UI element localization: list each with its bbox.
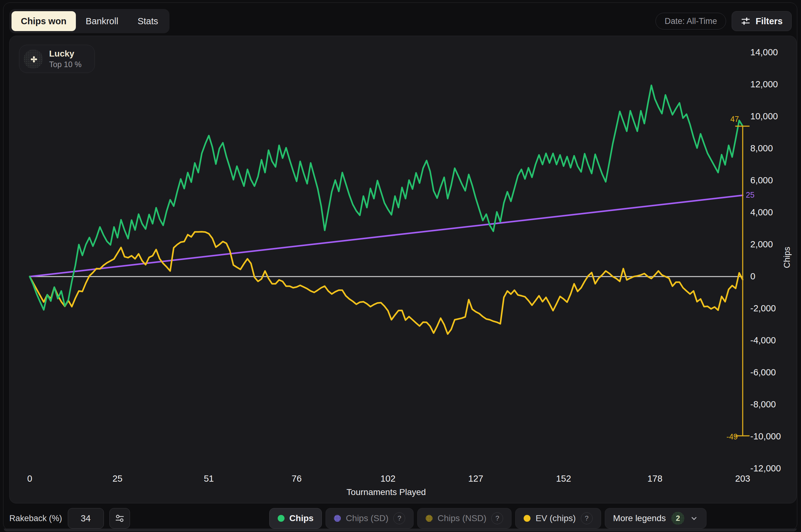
chips-line-chart[interactable]: [10, 36, 796, 503]
filters-button[interactable]: Filters: [732, 11, 792, 31]
luck-badge-title: Lucky: [49, 49, 81, 59]
y-tick-label: -12,000: [750, 463, 801, 474]
rakeback-label: Rakeback (%): [9, 514, 62, 523]
rate-marker-bottom: -49: [726, 432, 738, 441]
y-tick-label: 2,000: [750, 239, 801, 249]
y-tick-label: -6,000: [750, 367, 801, 378]
y-tick-label: -4,000: [750, 335, 801, 345]
help-icon[interactable]: ?: [581, 512, 593, 524]
top-bar: Chips won Bankroll Stats Date: All-Time …: [9, 7, 792, 35]
rakeback-input[interactable]: [68, 508, 104, 529]
bottom-bar: Rakeback (%) Chips Ch: [9, 507, 792, 530]
rate-marker-mid: 25: [746, 190, 755, 200]
legend-chips-label: Chips: [290, 513, 314, 523]
x-tick-label: 76: [278, 474, 315, 484]
more-legends-label: More legends: [613, 513, 666, 523]
y-tick-label: 12,000: [750, 79, 801, 90]
legend-chips-nsd-dot: [426, 515, 432, 522]
x-tick-label: 102: [369, 474, 407, 484]
legend-chips-dot: [278, 515, 284, 522]
y-tick-label: 8,000: [750, 143, 801, 153]
y-tick-label: 0: [750, 271, 801, 282]
tab-bankroll[interactable]: Bankroll: [76, 11, 128, 31]
clover-icon: [24, 50, 43, 69]
rakeback-settings-button[interactable]: [109, 508, 130, 529]
legend-ev-chips[interactable]: EV (chips) ?: [515, 508, 601, 529]
y-tick-label: 10,000: [750, 111, 801, 121]
legend-row: Chips Chips (SD) ? Chips (NSD) ? EV (chi…: [269, 508, 707, 529]
filters-label: Filters: [756, 16, 783, 26]
chevron-down-icon: [690, 514, 698, 522]
y-axis-title: Chips: [782, 247, 792, 268]
y-tick-label: 6,000: [750, 175, 801, 186]
tab-stats[interactable]: Stats: [128, 11, 167, 31]
legend-chips-sd-label: Chips (SD): [346, 513, 388, 523]
y-tick-label: 14,000: [750, 47, 801, 57]
view-tabs: Chips won Bankroll Stats: [9, 9, 169, 33]
x-tick-label: 152: [545, 474, 582, 484]
x-tick-label: 203: [724, 474, 762, 484]
legend-chips-sd-dot: [334, 515, 341, 522]
x-tick-label: 25: [99, 474, 136, 484]
luck-badge-text: Lucky Top 10 %: [49, 49, 81, 69]
luck-badge-subtitle: Top 10 %: [49, 60, 81, 69]
legend-chips[interactable]: Chips: [269, 508, 322, 529]
more-legends-button[interactable]: More legends 2: [605, 508, 707, 529]
y-tick-label: 4,000: [750, 207, 801, 217]
y-tick-label: -10,000: [750, 431, 801, 441]
rate-marker-top: 47: [730, 115, 739, 124]
date-filter-button[interactable]: Date: All-Time: [655, 13, 726, 30]
legend-chips-sd[interactable]: Chips (SD) ?: [325, 508, 413, 529]
x-tick-label: 0: [11, 474, 49, 484]
help-icon[interactable]: ?: [491, 512, 503, 524]
legend-chips-nsd-label: Chips (NSD): [437, 513, 486, 523]
chart-panel[interactable]: Lucky Top 10 % 14,00012,00010,0008,0006,…: [9, 36, 797, 504]
x-tick-label: 127: [457, 474, 495, 484]
x-tick-label: 178: [636, 474, 673, 484]
legend-count-badge: 2: [671, 512, 684, 525]
y-tick-label: -8,000: [750, 399, 801, 410]
rakeback-group: Rakeback (%): [9, 508, 130, 529]
tab-chips-won[interactable]: Chips won: [12, 11, 76, 31]
sliders-icon: [741, 16, 751, 26]
x-axis-title: Tournaments Played: [30, 487, 743, 497]
legend-chips-nsd[interactable]: Chips (NSD) ?: [417, 508, 511, 529]
top-actions: Date: All-Time Filters: [655, 11, 792, 31]
x-tick-label: 51: [190, 474, 228, 484]
help-icon[interactable]: ?: [393, 512, 405, 524]
luck-badge: Lucky Top 10 %: [19, 45, 95, 73]
legend-ev-chips-label: EV (chips): [536, 513, 576, 523]
y-tick-label: -2,000: [750, 303, 801, 314]
legend-ev-chips-dot: [524, 515, 530, 522]
adjust-sliders-icon: [115, 513, 125, 523]
